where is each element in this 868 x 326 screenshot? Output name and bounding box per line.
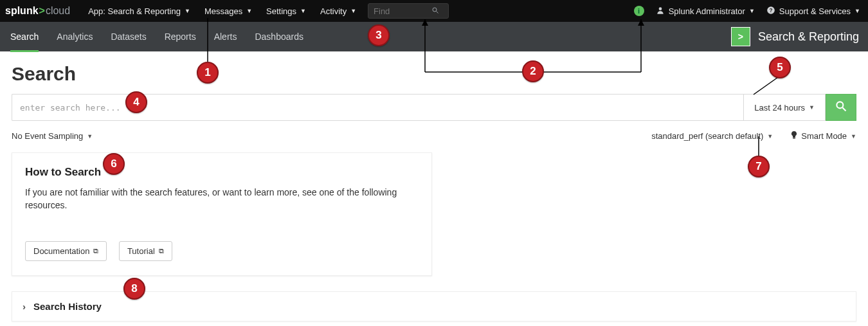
top-bar: splunk > cloud App: Search & Reporting ▼… — [0, 0, 868, 22]
find-box[interactable] — [368, 3, 449, 19]
page-title: Search — [12, 63, 856, 85]
nav-dashboards[interactable]: Dashboards — [255, 32, 303, 42]
external-link-icon: ⧉ — [159, 247, 164, 255]
search-subbar-right: standard_perf (search default) ▼ Smart M… — [651, 131, 856, 141]
settings-label: Settings — [266, 6, 296, 16]
app-nav: Search Analytics Datasets Reports Alerts… — [0, 22, 868, 51]
app-title: Search & Reporting — [758, 30, 859, 44]
activity-menu[interactable]: Activity ▼ — [320, 6, 356, 16]
how-to-search-title: How to Search — [25, 166, 419, 179]
messages-label: Messages — [204, 6, 242, 16]
caret-down-icon: ▼ — [87, 133, 93, 140]
search-history-toggle[interactable]: › Search History — [12, 291, 856, 321]
app-nav-right: > Search & Reporting — [731, 27, 859, 46]
support-label: Support & Services — [779, 6, 851, 16]
app-picker[interactable]: App: Search & Reporting ▼ — [88, 6, 190, 16]
nav-search[interactable]: Search — [10, 32, 39, 42]
content: Search Last 24 hours ▼ No Event Sampling… — [0, 51, 868, 326]
app-logo-icon: > — [731, 27, 750, 46]
search-input[interactable] — [12, 94, 743, 121]
search-mode-label: Smart Mode — [801, 131, 847, 141]
time-range-label: Last 24 hours — [754, 103, 805, 113]
nav-analytics[interactable]: Analytics — [57, 32, 93, 42]
nav-alerts[interactable]: Alerts — [214, 32, 237, 42]
tutorial-label: Tutorial — [127, 246, 155, 256]
search-subbar: No Event Sampling ▼ standard_perf (searc… — [12, 131, 856, 141]
run-search-button[interactable] — [826, 94, 856, 121]
nav-reports[interactable]: Reports — [165, 32, 196, 42]
brand-left: splunk — [5, 5, 39, 17]
top-right: i Splunk Administrator ▼ ? Support & Ser… — [634, 6, 860, 17]
info-icon[interactable]: i — [634, 6, 644, 16]
search-mode-dropdown[interactable]: Smart Mode ▼ — [791, 131, 856, 141]
caret-down-icon: ▼ — [854, 8, 860, 14]
activity-label: Activity — [320, 6, 347, 16]
event-sampling-dropdown[interactable]: No Event Sampling ▼ — [12, 131, 93, 141]
caret-down-icon: ▼ — [851, 133, 856, 140]
caret-down-icon: ▼ — [749, 8, 755, 14]
external-link-icon: ⧉ — [93, 247, 98, 255]
svg-line-1 — [437, 11, 439, 13]
search-icon — [835, 100, 847, 115]
chevron-right-icon: › — [23, 301, 26, 312]
user-label: Splunk Administrator — [669, 6, 745, 16]
how-to-search-card: How to Search If you are not familiar wi… — [12, 152, 432, 276]
svg-point-0 — [433, 8, 437, 12]
caret-down-icon: ▼ — [300, 8, 306, 14]
search-row: Last 24 hours ▼ — [12, 94, 856, 121]
tutorial-button[interactable]: Tutorial ⧉ — [119, 241, 172, 261]
app-nav-left: Search Analytics Datasets Reports Alerts… — [10, 22, 303, 51]
svg-rect-7 — [793, 138, 795, 139]
search-icon — [431, 6, 439, 16]
brand-right: cloud — [46, 5, 70, 17]
brand-logo: splunk > cloud — [5, 5, 70, 17]
svg-point-2 — [658, 7, 662, 10]
svg-point-5 — [836, 102, 843, 108]
how-to-search-body: If you are not familiar with the search … — [25, 186, 419, 212]
documentation-label: Documentation — [33, 246, 89, 256]
find-input[interactable] — [374, 6, 431, 16]
support-menu[interactable]: ? Support & Services ▼ — [766, 6, 860, 17]
help-icon: ? — [766, 6, 775, 17]
brand-chevron: > — [39, 5, 45, 17]
caret-down-icon: ▼ — [809, 104, 815, 111]
svg-line-6 — [843, 108, 846, 111]
top-menu: App: Search & Reporting ▼ Messages ▼ Set… — [88, 6, 356, 16]
messages-menu[interactable]: Messages ▼ — [204, 6, 252, 16]
svg-text:?: ? — [769, 7, 772, 13]
event-sampling-label: No Event Sampling — [12, 131, 83, 141]
caret-down-icon: ▼ — [246, 8, 252, 14]
workload-pool-dropdown[interactable]: standard_perf (search default) ▼ — [651, 131, 773, 141]
user-icon — [656, 6, 665, 17]
app-picker-label: App: Search & Reporting — [88, 6, 181, 16]
time-range-picker[interactable]: Last 24 hours ▼ — [743, 94, 826, 121]
caret-down-icon: ▼ — [350, 8, 356, 14]
workload-pool-label: standard_perf (search default) — [651, 131, 763, 141]
user-menu[interactable]: Splunk Administrator ▼ — [656, 6, 755, 17]
nav-datasets[interactable]: Datasets — [111, 32, 146, 42]
lightbulb-icon — [791, 131, 797, 141]
search-history-label: Search History — [33, 301, 102, 312]
settings-menu[interactable]: Settings ▼ — [266, 6, 306, 16]
documentation-button[interactable]: Documentation ⧉ — [25, 241, 107, 261]
caret-down-icon: ▼ — [185, 8, 190, 14]
caret-down-icon: ▼ — [767, 133, 773, 140]
